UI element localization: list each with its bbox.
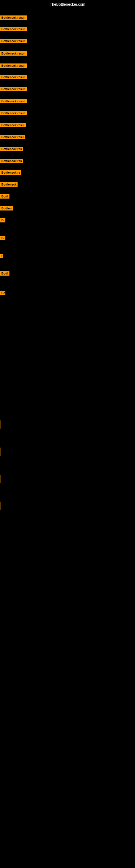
bottleneck-badge-11[interactable]: Bottleneck res — [0, 147, 23, 151]
site-title: TheBottlenecker.com — [0, 1, 135, 8]
bottleneck-badge-17[interactable]: Bo — [0, 218, 5, 222]
bottleneck-badge-12[interactable]: Bottleneck res — [0, 159, 23, 163]
bottleneck-badge-10[interactable]: Bottleneck resu — [0, 135, 25, 139]
vertical-line-2 — [1, 475, 1, 483]
bottleneck-badge-1[interactable]: Bottleneck result — [0, 27, 27, 31]
bottleneck-badge-16[interactable]: Bottlen — [0, 206, 13, 211]
bottleneck-badge-8[interactable]: Bottleneck result — [0, 111, 27, 115]
bottleneck-badge-13[interactable]: Bottleneck re — [0, 170, 21, 175]
bottleneck-badge-4[interactable]: Bottleneck result — [0, 63, 27, 68]
bottleneck-badge-3[interactable]: Bottleneck result — [0, 51, 27, 56]
bottleneck-badge-9[interactable]: Bottleneck resul — [0, 123, 26, 127]
vertical-line-1 — [1, 447, 1, 456]
bottleneck-badge-20[interactable]: Bottl — [0, 271, 9, 276]
bottleneck-badge-6[interactable]: Bottleneck result — [0, 87, 27, 91]
vertical-line-0 — [1, 421, 1, 429]
bottleneck-badge-14[interactable]: Bottleneck — [0, 182, 17, 187]
bottleneck-badge-7[interactable]: Bottleneck result — [0, 99, 27, 103]
bottleneck-badge-0[interactable]: Bottleneck result — [0, 16, 27, 20]
bottleneck-badge-5[interactable]: Bottleneck result — [0, 75, 27, 79]
bottleneck-badge-19[interactable]: B — [0, 254, 3, 258]
bottleneck-badge-2[interactable]: Bottleneck result — [0, 39, 27, 43]
vertical-line-3 — [1, 502, 1, 510]
bottleneck-badge-18[interactable]: Bo — [0, 236, 5, 240]
bottleneck-badge-21[interactable]: Bo — [0, 291, 5, 295]
bottleneck-badge-15[interactable]: Bottl — [0, 194, 9, 198]
